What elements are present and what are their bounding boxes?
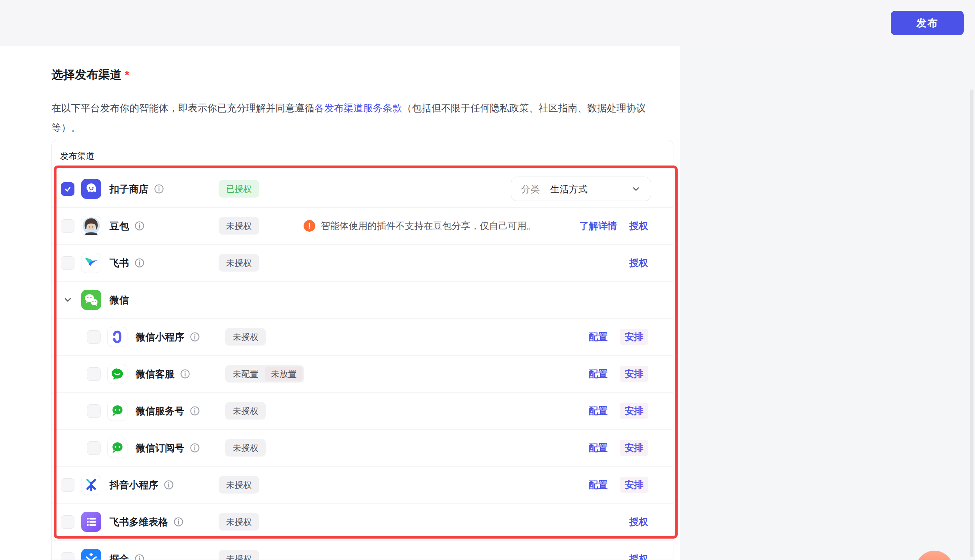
- row-actions: 配置安排: [589, 366, 648, 382]
- info-icon[interactable]: [134, 554, 145, 560]
- douyin-miniprogram-icon: [81, 475, 101, 495]
- badge-slot: 未授权: [219, 550, 259, 560]
- status-badge-text: 未授权: [220, 219, 258, 233]
- status-badge-text: 未授权: [227, 330, 264, 344]
- badge-slot: 未授权: [219, 254, 259, 272]
- authorize-link[interactable]: 授权: [629, 553, 648, 560]
- doubao-icon: [81, 216, 101, 236]
- channel-checkbox-douyin-miniprogram[interactable]: [61, 478, 74, 492]
- juejin-icon: [81, 549, 101, 560]
- wechat-icon: [81, 290, 101, 310]
- row-actions: 配置安排: [589, 477, 648, 493]
- description-text-before: 在以下平台发布你的智能体，即表示你已充分理解并同意遵循: [51, 102, 314, 113]
- channel-label: 掘金: [110, 553, 129, 560]
- channel-row-feishu-base: 飞书多维表格未授权授权: [52, 504, 673, 541]
- channel-row-coze-store: 扣子商店已授权分类生活方式: [52, 171, 673, 208]
- status-badge: 未配置未放置: [225, 365, 304, 383]
- configure-link[interactable]: 配置: [589, 405, 608, 417]
- info-icon[interactable]: [134, 258, 145, 268]
- channel-row-wechat-miniprogram: 微信小程序未授权配置安排: [52, 319, 673, 356]
- channel-row-doubao: 豆包未授权!智能体使用的插件不支持在豆包分享，仅自己可用。了解详情授权: [52, 208, 673, 245]
- category-select-value: 生活方式: [550, 183, 588, 195]
- info-icon[interactable]: [134, 221, 145, 231]
- configure-link[interactable]: 配置: [589, 442, 608, 454]
- info-icon[interactable]: [190, 332, 200, 342]
- status-badge: 未授权: [225, 439, 266, 457]
- info-icon[interactable]: [154, 184, 164, 194]
- authorize-link[interactable]: 授权: [629, 257, 648, 269]
- learn-more-link[interactable]: 了解详情: [579, 220, 617, 232]
- channel-checkbox-juejin[interactable]: [61, 552, 74, 560]
- status-badge-text: 未授权: [220, 478, 258, 492]
- status-badge-text: 未配置: [227, 367, 264, 381]
- info-icon[interactable]: [173, 517, 184, 527]
- badge-slot: 已授权: [219, 180, 259, 198]
- status-badge: 已授权: [219, 180, 259, 198]
- feishu-icon: [81, 253, 101, 273]
- info-icon[interactable]: [190, 443, 200, 453]
- channel-row-wechat-kefu: 微信客服未配置未放置配置安排: [52, 356, 673, 393]
- row-actions: 配置安排: [589, 329, 648, 345]
- channel-label: 微信小程序: [136, 331, 184, 343]
- required-mark: *: [125, 68, 129, 81]
- category-select-label: 分类: [521, 183, 540, 195]
- channel-row-juejin: 掘金未授权授权: [52, 541, 673, 560]
- wechat-official-icon: [107, 401, 127, 421]
- status-badge-text: 已授权: [220, 182, 258, 196]
- channel-row-feishu: 飞书未授权授权: [52, 245, 673, 282]
- row-actions: 了解详情授权: [579, 220, 648, 232]
- configure-link[interactable]: 配置: [589, 479, 608, 491]
- configure-link[interactable]: 配置: [589, 368, 608, 380]
- configure-link[interactable]: 配置: [589, 331, 608, 343]
- terms-link[interactable]: 各发布渠道服务条款: [314, 102, 402, 113]
- schedule-link[interactable]: 安排: [620, 440, 648, 456]
- channel-label: 微信服务号: [136, 405, 184, 417]
- channel-label: 飞书多维表格: [110, 516, 168, 528]
- channel-checkbox-doubao[interactable]: [61, 219, 74, 233]
- authorize-link[interactable]: 授权: [629, 516, 648, 528]
- channel-list: 扣子商店已授权分类生活方式豆包未授权!智能体使用的插件不支持在豆包分享，仅自己可…: [52, 171, 673, 560]
- channel-label: 抖音小程序: [110, 479, 158, 491]
- badge-slot: 未授权: [225, 402, 266, 420]
- info-icon[interactable]: [164, 480, 174, 490]
- warning-message: !智能体使用的插件不支持在豆包分享，仅自己可用。: [304, 220, 536, 232]
- channel-checkbox-feishu[interactable]: [61, 256, 74, 270]
- channel-checkbox-coze-store[interactable]: [61, 182, 74, 196]
- scrollbar[interactable]: [970, 90, 973, 557]
- status-badge: 未授权: [225, 328, 266, 346]
- badge-slot: 未授权: [219, 513, 259, 531]
- channel-label: 扣子商店: [110, 183, 148, 195]
- feishu-base-icon: [81, 512, 101, 532]
- schedule-link[interactable]: 安排: [620, 329, 648, 345]
- channel-checkbox-wechat-kefu[interactable]: [87, 367, 101, 381]
- badge-slot: 未授权: [225, 328, 266, 346]
- schedule-link[interactable]: 安排: [620, 477, 648, 493]
- channel-row-wechat-subscription-account: 微信订阅号未授权配置安排: [52, 430, 673, 467]
- schedule-link[interactable]: 安排: [620, 366, 648, 382]
- status-badge: 未授权: [225, 402, 266, 420]
- category-select[interactable]: 分类生活方式: [511, 177, 651, 201]
- channel-checkbox-feishu-base[interactable]: [61, 515, 74, 529]
- channel-checkbox-wechat-miniprogram[interactable]: [87, 330, 101, 344]
- wechat-official-icon: [107, 438, 127, 458]
- publish-button[interactable]: 发布: [891, 11, 964, 35]
- row-actions: 授权: [629, 553, 648, 560]
- status-badge: 未授权: [219, 550, 259, 560]
- channel-label: 豆包: [110, 220, 129, 232]
- badge-slot: 未授权: [225, 439, 266, 457]
- channel-label: 微信客服: [136, 368, 175, 380]
- warning-icon: !: [304, 220, 315, 232]
- badge-slot: 未授权: [219, 476, 259, 494]
- info-icon[interactable]: [190, 406, 200, 416]
- schedule-link[interactable]: 安排: [620, 403, 648, 419]
- info-icon[interactable]: [180, 369, 190, 379]
- authorize-link[interactable]: 授权: [629, 220, 648, 232]
- chevron-down-icon[interactable]: [61, 293, 74, 307]
- channel-checkbox-wechat-subscription-account[interactable]: [87, 441, 101, 455]
- status-badge: 未授权: [219, 217, 259, 235]
- row-actions: 配置安排: [589, 403, 648, 419]
- status-badge-text: 未放置: [265, 367, 302, 381]
- status-badge-text: 未授权: [220, 515, 258, 529]
- help-floating-button[interactable]: [916, 551, 953, 560]
- channel-checkbox-wechat-service-account[interactable]: [87, 404, 101, 418]
